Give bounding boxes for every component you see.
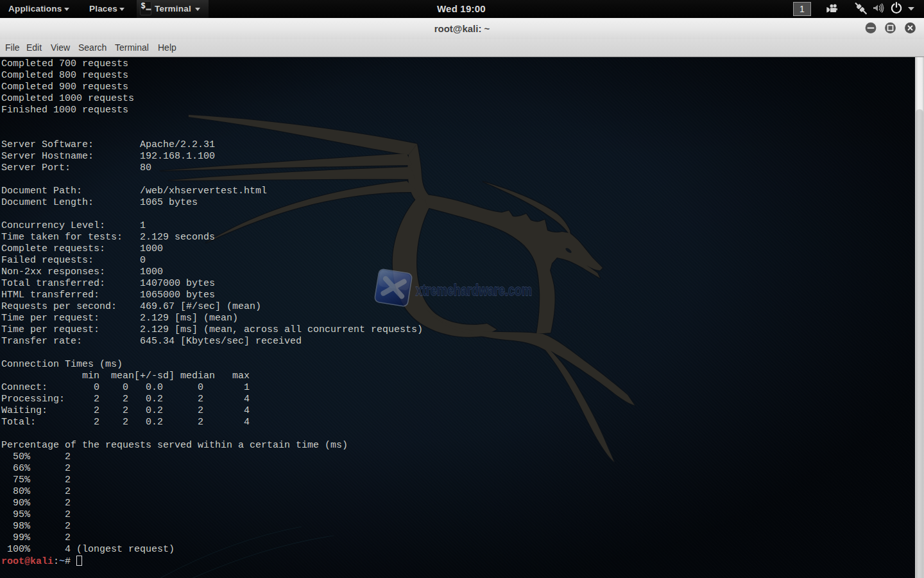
svg-text:$: $ — [141, 2, 146, 11]
svg-text:1: 1 — [800, 4, 805, 14]
